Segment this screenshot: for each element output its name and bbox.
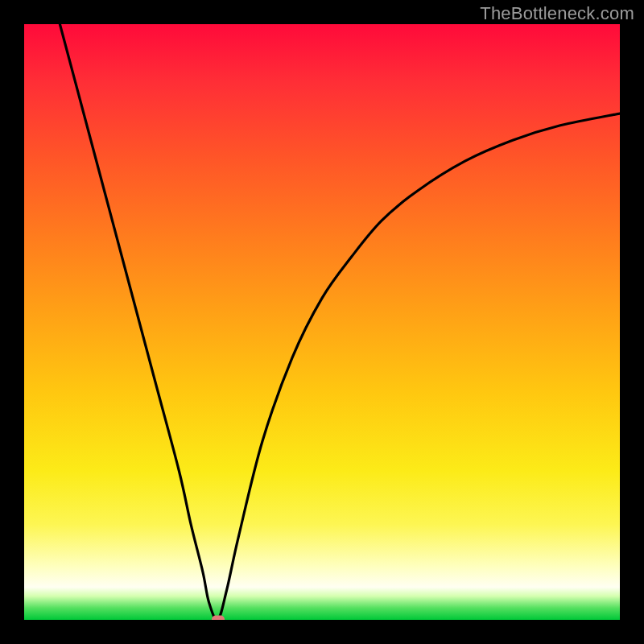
watermark-text: TheBottleneck.com <box>480 3 634 24</box>
chart-frame: TheBottleneck.com <box>0 0 644 644</box>
minimum-marker <box>212 616 225 621</box>
plot-area <box>24 24 620 620</box>
gradient-background <box>24 24 620 620</box>
